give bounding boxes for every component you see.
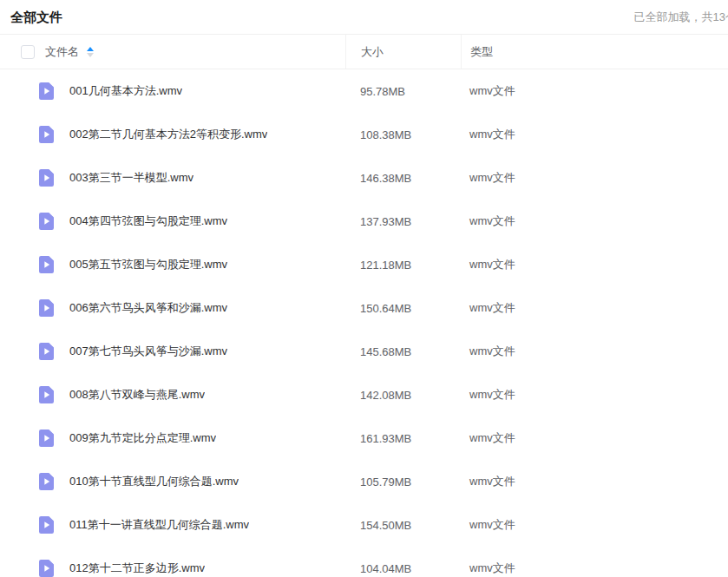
video-file-icon bbox=[39, 126, 54, 143]
row-type-cell: wmv文件 bbox=[461, 69, 728, 113]
sort-carets-icon[interactable] bbox=[87, 47, 94, 57]
video-file-icon bbox=[39, 299, 54, 317]
row-name-cell: 003第三节一半模型.wmv bbox=[0, 156, 345, 200]
file-name[interactable]: 011第十一讲直线型几何综合题.wmv bbox=[69, 517, 249, 533]
video-file-icon bbox=[39, 213, 54, 230]
file-row[interactable]: 003第三节一半模型.wmv 146.38MB wmv文件 bbox=[0, 156, 728, 200]
file-type: wmv文件 bbox=[469, 430, 515, 446]
page-title: 全部文件 bbox=[10, 0, 62, 34]
video-file-icon bbox=[39, 82, 54, 100]
file-type: wmv文件 bbox=[469, 127, 515, 142]
file-row[interactable]: 010第十节直线型几何综合题.wmv 105.79MB wmv文件 bbox=[0, 460, 728, 503]
file-name[interactable]: 001几何基本方法.wmv bbox=[69, 83, 182, 99]
file-row[interactable]: 002第二节几何基本方法2等积变形.wmv 108.38MB wmv文件 bbox=[0, 113, 728, 156]
row-size-cell: 146.38MB bbox=[345, 156, 461, 200]
row-type-cell: wmv文件 bbox=[461, 243, 728, 286]
row-name-cell: 010第十节直线型几何综合题.wmv bbox=[0, 460, 345, 503]
video-file-icon bbox=[39, 343, 54, 360]
file-name[interactable]: 009第九节定比分点定理.wmv bbox=[69, 430, 216, 446]
row-size-cell: 154.50MB bbox=[345, 503, 461, 547]
file-name[interactable]: 004第四节弦图与勾股定理.wmv bbox=[69, 213, 227, 229]
file-size: 105.79MB bbox=[360, 475, 411, 488]
row-type-cell: wmv文件 bbox=[461, 156, 728, 200]
header-col-size: 大小 bbox=[345, 35, 461, 69]
row-size-cell: 108.38MB bbox=[345, 113, 461, 156]
video-file-icon bbox=[39, 256, 54, 273]
file-type: wmv文件 bbox=[469, 517, 515, 533]
table-header: 文件名 大小 类型 bbox=[0, 35, 728, 69]
row-name-cell: 008第八节双峰与燕尾.wmv bbox=[0, 373, 345, 416]
file-row[interactable]: 009第九节定比分点定理.wmv 161.93MB wmv文件 bbox=[0, 416, 728, 460]
row-type-cell: wmv文件 bbox=[461, 547, 728, 577]
row-size-cell: 95.78MB bbox=[345, 69, 461, 113]
row-type-cell: wmv文件 bbox=[461, 373, 728, 416]
file-name[interactable]: 006第六节鸟头风筝和沙漏.wmv bbox=[69, 300, 227, 316]
row-name-cell: 007第七节鸟头风筝与沙漏.wmv bbox=[0, 330, 345, 373]
row-name-cell: 005第五节弦图与勾股定理.wmv bbox=[0, 243, 345, 286]
file-row[interactable]: 007第七节鸟头风筝与沙漏.wmv 145.68MB wmv文件 bbox=[0, 330, 728, 373]
filename-column-label: 文件名 bbox=[45, 44, 79, 60]
file-size: 161.93MB bbox=[360, 432, 411, 445]
file-row[interactable]: 004第四节弦图与勾股定理.wmv 137.93MB wmv文件 bbox=[0, 200, 728, 243]
row-size-cell: 137.93MB bbox=[345, 200, 461, 243]
file-type: wmv文件 bbox=[469, 213, 515, 229]
select-all-checkbox[interactable] bbox=[21, 45, 35, 59]
file-name[interactable]: 012第十二节正多边形.wmv bbox=[69, 561, 205, 576]
row-name-cell: 012第十二节正多边形.wmv bbox=[0, 547, 345, 577]
row-name-cell: 002第二节几何基本方法2等积变形.wmv bbox=[0, 113, 345, 156]
row-name-cell: 006第六节鸟头风筝和沙漏.wmv bbox=[0, 286, 345, 330]
row-name-cell: 011第十一讲直线型几何综合题.wmv bbox=[0, 503, 345, 547]
row-size-cell: 121.18MB bbox=[345, 243, 461, 286]
video-file-icon bbox=[39, 473, 54, 490]
file-size: 108.38MB bbox=[360, 128, 411, 141]
file-name[interactable]: 007第七节鸟头风筝与沙漏.wmv bbox=[69, 344, 227, 359]
size-column-label: 大小 bbox=[361, 44, 384, 60]
file-type: wmv文件 bbox=[469, 83, 515, 99]
file-row[interactable]: 012第十二节正多边形.wmv 104.04MB wmv文件 bbox=[0, 547, 728, 577]
row-size-cell: 105.79MB bbox=[345, 460, 461, 503]
file-type: wmv文件 bbox=[469, 387, 515, 403]
row-type-cell: wmv文件 bbox=[461, 460, 728, 503]
file-size: 121.18MB bbox=[360, 259, 411, 272]
file-name[interactable]: 002第二节几何基本方法2等积变形.wmv bbox=[69, 127, 267, 142]
video-file-icon bbox=[39, 560, 54, 577]
row-name-cell: 001几何基本方法.wmv bbox=[0, 69, 345, 113]
row-size-cell: 142.08MB bbox=[345, 373, 461, 416]
row-size-cell: 150.64MB bbox=[345, 286, 461, 330]
file-size: 95.78MB bbox=[360, 85, 405, 98]
titlebar: 全部文件 已全部加载，共13个 bbox=[0, 0, 728, 35]
file-size: 154.50MB bbox=[360, 519, 411, 532]
row-name-cell: 004第四节弦图与勾股定理.wmv bbox=[0, 200, 345, 243]
video-file-icon bbox=[39, 169, 54, 187]
video-file-icon bbox=[39, 429, 54, 447]
file-type: wmv文件 bbox=[469, 474, 515, 489]
file-size: 104.04MB bbox=[360, 562, 411, 575]
file-size: 145.68MB bbox=[360, 345, 411, 358]
file-name[interactable]: 003第三节一半模型.wmv bbox=[69, 170, 193, 186]
header-col-type: 类型 bbox=[461, 35, 728, 69]
file-row[interactable]: 005第五节弦图与勾股定理.wmv 121.18MB wmv文件 bbox=[0, 243, 728, 286]
file-size: 137.93MB bbox=[360, 215, 411, 228]
row-type-cell: wmv文件 bbox=[461, 200, 728, 243]
row-type-cell: wmv文件 bbox=[461, 416, 728, 460]
type-column-label: 类型 bbox=[470, 44, 493, 60]
file-row[interactable]: 011第十一讲直线型几何综合题.wmv 154.50MB wmv文件 bbox=[0, 503, 728, 547]
row-name-cell: 009第九节定比分点定理.wmv bbox=[0, 416, 345, 460]
row-size-cell: 145.68MB bbox=[345, 330, 461, 373]
file-row[interactable]: 001几何基本方法.wmv 95.78MB wmv文件 bbox=[0, 69, 728, 113]
file-name[interactable]: 010第十节直线型几何综合题.wmv bbox=[69, 474, 239, 489]
file-size: 146.38MB bbox=[360, 172, 411, 185]
file-row[interactable]: 008第八节双峰与燕尾.wmv 142.08MB wmv文件 bbox=[0, 373, 728, 416]
file-type: wmv文件 bbox=[469, 561, 515, 576]
file-type: wmv文件 bbox=[469, 170, 515, 186]
file-size: 142.08MB bbox=[360, 389, 411, 402]
row-size-cell: 104.04MB bbox=[345, 547, 461, 577]
file-name[interactable]: 008第八节双峰与燕尾.wmv bbox=[69, 387, 205, 403]
file-name[interactable]: 005第五节弦图与勾股定理.wmv bbox=[69, 257, 227, 272]
file-row[interactable]: 006第六节鸟头风筝和沙漏.wmv 150.64MB wmv文件 bbox=[0, 286, 728, 330]
row-type-cell: wmv文件 bbox=[461, 113, 728, 156]
file-type: wmv文件 bbox=[469, 300, 515, 316]
file-type: wmv文件 bbox=[469, 257, 515, 272]
file-type: wmv文件 bbox=[469, 344, 515, 359]
load-status-text: 已全部加载，共13个 bbox=[634, 0, 728, 34]
